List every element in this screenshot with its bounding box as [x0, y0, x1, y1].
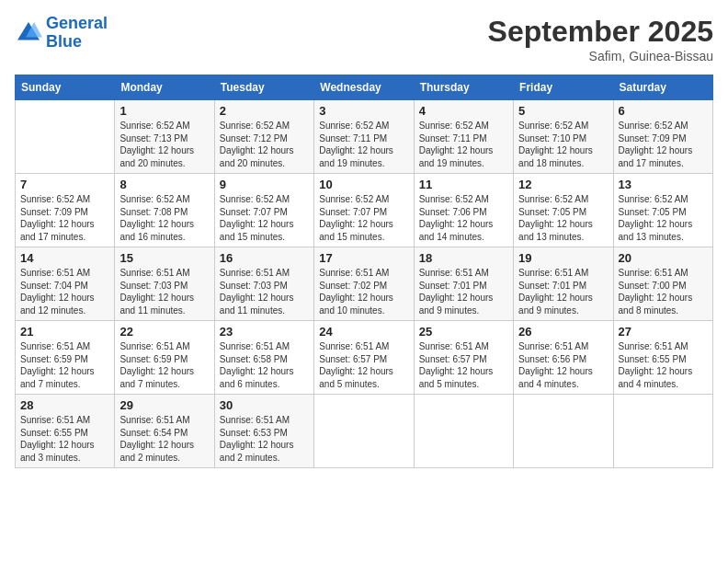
day-number: 1: [119, 104, 209, 118]
day-info: Sunrise: 6:52 AM Sunset: 7:13 PM Dayligh…: [119, 120, 209, 169]
calendar-cell: [514, 395, 613, 468]
day-number: 21: [20, 325, 109, 339]
day-info: Sunrise: 6:51 AM Sunset: 7:03 PM Dayligh…: [220, 267, 309, 316]
day-info: Sunrise: 6:51 AM Sunset: 7:02 PM Dayligh…: [319, 267, 408, 316]
day-number: 15: [119, 251, 209, 265]
day-number: 17: [319, 251, 408, 265]
day-info: Sunrise: 6:51 AM Sunset: 7:01 PM Dayligh…: [419, 267, 508, 316]
calendar-cell: 20Sunrise: 6:51 AM Sunset: 7:00 PM Dayli…: [613, 247, 712, 321]
day-info: Sunrise: 6:52 AM Sunset: 7:05 PM Dayligh…: [619, 193, 708, 243]
day-info: Sunrise: 6:51 AM Sunset: 6:55 PM Dayligh…: [20, 414, 109, 464]
day-info: Sunrise: 6:52 AM Sunset: 7:05 PM Dayligh…: [518, 193, 608, 243]
day-number: 29: [119, 398, 209, 412]
day-number: 12: [518, 178, 608, 191]
calendar-cell: [16, 100, 115, 174]
weekday-header: Tuesday: [214, 75, 313, 100]
calendar-cell: 18Sunrise: 6:51 AM Sunset: 7:01 PM Dayli…: [414, 247, 513, 321]
calendar-cell: 23Sunrise: 6:51 AM Sunset: 6:58 PM Dayli…: [214, 321, 313, 395]
day-number: 8: [119, 178, 209, 191]
day-number: 24: [319, 325, 408, 339]
day-info: Sunrise: 6:52 AM Sunset: 7:06 PM Dayligh…: [419, 193, 508, 243]
day-number: 13: [619, 178, 708, 191]
calendar-cell: 10Sunrise: 6:52 AM Sunset: 7:07 PM Dayli…: [314, 174, 414, 247]
day-number: 19: [518, 251, 608, 265]
day-info: Sunrise: 6:52 AM Sunset: 7:10 PM Dayligh…: [518, 120, 608, 169]
day-info: Sunrise: 6:52 AM Sunset: 7:12 PM Dayligh…: [220, 120, 309, 169]
day-number: 28: [20, 398, 109, 412]
title-block: September 2025 Safim, Guinea-Bissau: [488, 15, 713, 63]
day-number: 10: [319, 178, 408, 191]
day-number: 27: [619, 325, 708, 339]
day-number: 18: [419, 251, 508, 265]
calendar-cell: 2Sunrise: 6:52 AM Sunset: 7:12 PM Daylig…: [214, 100, 313, 174]
day-number: 6: [619, 104, 708, 118]
calendar-cell: 13Sunrise: 6:52 AM Sunset: 7:05 PM Dayli…: [613, 174, 712, 247]
calendar-table: SundayMondayTuesdayWednesdayThursdayFrid…: [15, 75, 713, 468]
calendar-week-row: 28Sunrise: 6:51 AM Sunset: 6:55 PM Dayli…: [16, 395, 713, 468]
day-number: 4: [419, 104, 508, 118]
month-title: September 2025: [488, 15, 713, 49]
calendar-cell: 26Sunrise: 6:51 AM Sunset: 6:56 PM Dayli…: [514, 321, 613, 395]
day-number: 7: [20, 178, 109, 191]
calendar-cell: 29Sunrise: 6:51 AM Sunset: 6:54 PM Dayli…: [115, 395, 214, 468]
day-info: Sunrise: 6:51 AM Sunset: 6:59 PM Dayligh…: [20, 340, 109, 390]
calendar-cell: 3Sunrise: 6:52 AM Sunset: 7:11 PM Daylig…: [314, 100, 414, 174]
location: Safim, Guinea-Bissau: [488, 49, 713, 63]
day-info: Sunrise: 6:51 AM Sunset: 6:59 PM Dayligh…: [119, 340, 209, 390]
calendar-cell: 30Sunrise: 6:51 AM Sunset: 6:53 PM Dayli…: [214, 395, 313, 468]
weekday-header: Friday: [514, 75, 613, 100]
day-info: Sunrise: 6:51 AM Sunset: 6:57 PM Dayligh…: [419, 340, 508, 390]
calendar-cell: 7Sunrise: 6:52 AM Sunset: 7:09 PM Daylig…: [16, 174, 115, 247]
day-number: 3: [319, 104, 408, 118]
calendar-cell: 19Sunrise: 6:51 AM Sunset: 7:01 PM Dayli…: [514, 247, 613, 321]
weekday-header: Thursday: [414, 75, 513, 100]
calendar-cell: 6Sunrise: 6:52 AM Sunset: 7:09 PM Daylig…: [613, 100, 712, 174]
day-info: Sunrise: 6:52 AM Sunset: 7:09 PM Dayligh…: [619, 120, 708, 169]
weekday-header: Saturday: [613, 75, 712, 100]
logo-icon: [15, 19, 42, 47]
calendar-cell: 15Sunrise: 6:51 AM Sunset: 7:03 PM Dayli…: [115, 247, 214, 321]
logo-line2: Blue: [46, 32, 82, 51]
calendar-cell: 14Sunrise: 6:51 AM Sunset: 7:04 PM Dayli…: [16, 247, 115, 321]
day-number: 26: [518, 325, 608, 339]
calendar-cell: 17Sunrise: 6:51 AM Sunset: 7:02 PM Dayli…: [314, 247, 414, 321]
calendar-cell: 28Sunrise: 6:51 AM Sunset: 6:55 PM Dayli…: [16, 395, 115, 468]
calendar-cell: [613, 395, 712, 468]
day-number: 20: [619, 251, 708, 265]
day-info: Sunrise: 6:52 AM Sunset: 7:08 PM Dayligh…: [119, 193, 209, 243]
day-number: 16: [220, 251, 309, 265]
calendar-cell: 11Sunrise: 6:52 AM Sunset: 7:06 PM Dayli…: [414, 174, 513, 247]
day-info: Sunrise: 6:51 AM Sunset: 7:04 PM Dayligh…: [20, 267, 109, 316]
day-info: Sunrise: 6:51 AM Sunset: 6:55 PM Dayligh…: [619, 340, 708, 390]
calendar-cell: 4Sunrise: 6:52 AM Sunset: 7:11 PM Daylig…: [414, 100, 513, 174]
calendar-cell: 9Sunrise: 6:52 AM Sunset: 7:07 PM Daylig…: [214, 174, 313, 247]
day-number: 11: [419, 178, 508, 191]
day-info: Sunrise: 6:51 AM Sunset: 6:53 PM Dayligh…: [220, 414, 309, 464]
weekday-header: Sunday: [16, 75, 115, 100]
calendar-cell: 25Sunrise: 6:51 AM Sunset: 6:57 PM Dayli…: [414, 321, 513, 395]
calendar-cell: [314, 395, 414, 468]
day-info: Sunrise: 6:51 AM Sunset: 7:00 PM Dayligh…: [619, 267, 708, 316]
day-number: 2: [220, 104, 309, 118]
weekday-header: Monday: [115, 75, 214, 100]
day-info: Sunrise: 6:52 AM Sunset: 7:07 PM Dayligh…: [220, 193, 309, 243]
page-header: General Blue September 2025 Safim, Guine…: [15, 15, 713, 63]
day-info: Sunrise: 6:52 AM Sunset: 7:11 PM Dayligh…: [319, 120, 408, 169]
calendar-cell: 16Sunrise: 6:51 AM Sunset: 7:03 PM Dayli…: [214, 247, 313, 321]
day-number: 23: [220, 325, 309, 339]
weekday-header: Wednesday: [314, 75, 414, 100]
logo: General Blue: [15, 15, 108, 52]
day-info: Sunrise: 6:52 AM Sunset: 7:07 PM Dayligh…: [319, 193, 408, 243]
calendar-week-row: 1Sunrise: 6:52 AM Sunset: 7:13 PM Daylig…: [16, 100, 713, 174]
day-info: Sunrise: 6:51 AM Sunset: 7:03 PM Dayligh…: [119, 267, 209, 316]
calendar-week-row: 14Sunrise: 6:51 AM Sunset: 7:04 PM Dayli…: [16, 247, 713, 321]
calendar-cell: 22Sunrise: 6:51 AM Sunset: 6:59 PM Dayli…: [115, 321, 214, 395]
day-number: 25: [419, 325, 508, 339]
calendar-cell: 8Sunrise: 6:52 AM Sunset: 7:08 PM Daylig…: [115, 174, 214, 247]
day-number: 22: [119, 325, 209, 339]
calendar-header-row: SundayMondayTuesdayWednesdayThursdayFrid…: [16, 75, 713, 100]
logo-text: General Blue: [46, 15, 108, 52]
day-number: 14: [20, 251, 109, 265]
calendar-cell: 1Sunrise: 6:52 AM Sunset: 7:13 PM Daylig…: [115, 100, 214, 174]
day-info: Sunrise: 6:52 AM Sunset: 7:11 PM Dayligh…: [419, 120, 508, 169]
